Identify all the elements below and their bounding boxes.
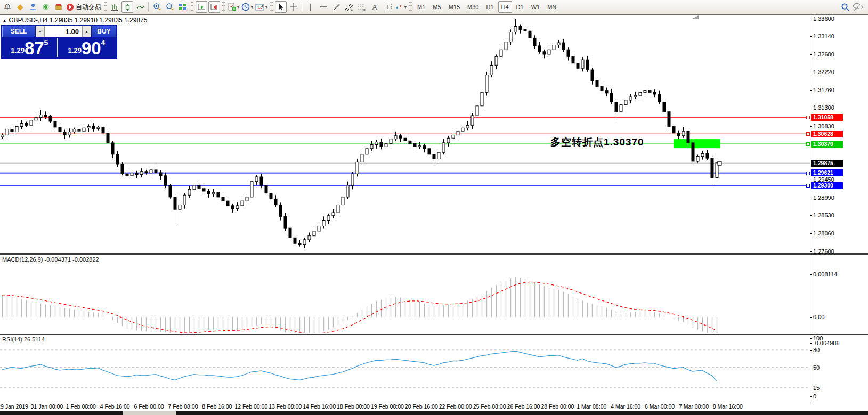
sell-button[interactable]: SELL xyxy=(2,26,35,37)
tf-button-D1[interactable]: D1 xyxy=(513,1,527,13)
gem-icon[interactable]: ◆ xyxy=(14,1,26,13)
arrows-button[interactable]: ▾ xyxy=(394,1,407,13)
price-axis-label: 1.32680 xyxy=(813,51,834,58)
tf-label: M30 xyxy=(467,4,478,10)
templates-button[interactable]: ▾ xyxy=(255,1,268,13)
tf-button-H4[interactable]: H4 xyxy=(498,1,512,13)
cursor-icon[interactable] xyxy=(275,1,287,13)
auto-scroll-icon[interactable] xyxy=(196,1,207,13)
tf-label: M5 xyxy=(433,4,441,10)
tf-button-MN[interactable]: MN xyxy=(544,1,559,13)
price-level-label: 1.30628 xyxy=(811,131,843,137)
line-chart-icon[interactable] xyxy=(134,1,146,13)
time-axis-label: 8 Feb 16:00 xyxy=(202,403,232,410)
search-icon[interactable] xyxy=(839,1,851,13)
channel-icon[interactable]: E xyxy=(343,1,355,13)
volume-down-button[interactable]: ▼ xyxy=(36,26,45,37)
tf-label: H4 xyxy=(501,4,509,10)
trendline-icon[interactable] xyxy=(330,1,342,13)
chart-area[interactable]: 1.336001.331401.326801.322201.317601.313… xyxy=(0,14,868,415)
tf-button-M15[interactable]: M15 xyxy=(445,1,463,13)
chevron-down-icon: ▾ xyxy=(404,5,407,10)
main-toolbar: 单 ◆ 自动交易 xyxy=(0,0,868,14)
tf-button-M5[interactable]: M5 xyxy=(429,1,444,13)
periods-button[interactable]: ▾ xyxy=(241,1,254,13)
volume-input[interactable]: 1.00 xyxy=(45,26,82,37)
rsi-pane[interactable] xyxy=(0,335,810,402)
tf-button-M30[interactable]: M30 xyxy=(464,1,482,13)
toolbar-grip[interactable] xyxy=(270,2,273,12)
level-anchor-square xyxy=(806,172,810,175)
candlestick-icon[interactable] xyxy=(121,1,133,13)
indicators-button[interactable]: ▾ xyxy=(227,1,240,13)
time-axis-label: 18 Feb 00:00 xyxy=(337,403,370,410)
price-level-label: 1.29300 xyxy=(811,182,843,189)
bar-chart-icon[interactable] xyxy=(109,1,120,13)
tf-button-H1[interactable]: H1 xyxy=(483,1,497,13)
price-pane[interactable] xyxy=(0,14,810,253)
chart-title-overlay: ▲ GBPUSD-,H4 1.29835 1.29910 1.29835 1.2… xyxy=(2,17,147,24)
arrows-icon xyxy=(395,3,403,11)
mt4-terminal: 单 ◆ 自动交易 xyxy=(0,0,868,415)
macd-axis-label: 0.008114 xyxy=(813,271,837,278)
axis-tick xyxy=(810,274,812,275)
toolbar-grip[interactable] xyxy=(409,2,412,12)
text-label-icon[interactable]: T xyxy=(382,1,393,13)
collapse-arrow-icon[interactable]: ▲ xyxy=(2,18,7,23)
sell-price-big: 87 xyxy=(25,40,44,56)
time-axis-label: 7 Feb 08:00 xyxy=(168,403,198,410)
buy-price-big: 90 xyxy=(82,40,101,56)
buy-button[interactable]: BUY xyxy=(92,26,116,37)
text-icon[interactable]: A xyxy=(369,1,380,13)
toolbar-grip[interactable] xyxy=(191,2,193,12)
time-axis-label: 26 Feb 16:00 xyxy=(507,403,540,410)
signal-icon[interactable] xyxy=(40,1,52,13)
templates-icon xyxy=(255,3,264,11)
macd-pane[interactable] xyxy=(0,255,810,333)
buy-price[interactable]: 1.29 90 4 xyxy=(58,38,115,57)
toolbar-grip[interactable] xyxy=(104,2,107,12)
sell-price-pip: 5 xyxy=(44,38,48,47)
crosshair-icon[interactable] xyxy=(288,1,299,13)
horizontal-scrollbar[interactable] xyxy=(0,411,868,415)
axis-tick xyxy=(810,72,812,72)
tf-label: M15 xyxy=(449,4,460,10)
axis-tick xyxy=(810,180,812,180)
time-axis-label: 14 Feb 16:00 xyxy=(303,403,336,410)
sell-price[interactable]: 1.29 87 5 xyxy=(2,38,58,57)
axis-tick xyxy=(810,19,812,19)
market-icon[interactable] xyxy=(53,1,64,13)
rsi-axis-label: 80 xyxy=(813,347,820,353)
pivot-annotation[interactable]: 多空转折点1.30370 xyxy=(550,135,644,149)
axis-tick xyxy=(810,396,812,397)
price-axis-label: 1.33140 xyxy=(813,33,834,39)
rsi-label: RSI(14) 26.5114 xyxy=(2,336,45,343)
timeframe-group: M1M5M15M30H1H4D1W1MN xyxy=(413,1,560,13)
toolbar-grip[interactable] xyxy=(222,2,225,12)
tf-button-M1[interactable]: M1 xyxy=(414,1,428,13)
price-level-label: 1.30370 xyxy=(811,141,843,148)
fibonacci-icon[interactable]: F xyxy=(356,1,368,13)
buy-price-pip: 4 xyxy=(101,38,106,47)
vertical-line-icon[interactable] xyxy=(305,1,317,13)
tf-button-W1[interactable]: W1 xyxy=(528,1,543,13)
community-icon[interactable] xyxy=(27,1,39,13)
horizontal-line-icon[interactable] xyxy=(318,1,329,13)
scrollbar-thumb[interactable] xyxy=(123,411,176,415)
zoom-out-icon[interactable] xyxy=(164,1,176,13)
time-axis-label: 4 Mar 16:00 xyxy=(611,403,640,410)
price-axis-label: 1.27600 xyxy=(813,248,834,255)
time-axis-label: 1 Mar 08:00 xyxy=(577,403,606,410)
volume-up-button[interactable]: ▲ xyxy=(82,26,91,37)
axis-tick xyxy=(810,108,812,108)
time-axis-label: 8 Mar 16:00 xyxy=(713,403,743,410)
axis-tick xyxy=(810,215,812,216)
periods-icon xyxy=(241,3,250,11)
tile-windows-icon[interactable] xyxy=(177,1,189,13)
axis-tick xyxy=(810,36,812,37)
chart-shift-icon[interactable] xyxy=(208,1,220,13)
zoom-in-icon[interactable] xyxy=(151,1,163,13)
new-order-button[interactable]: 单 xyxy=(2,1,13,13)
chat-icon[interactable] xyxy=(852,1,864,13)
autotrade-button[interactable]: 自动交易 xyxy=(66,1,102,13)
